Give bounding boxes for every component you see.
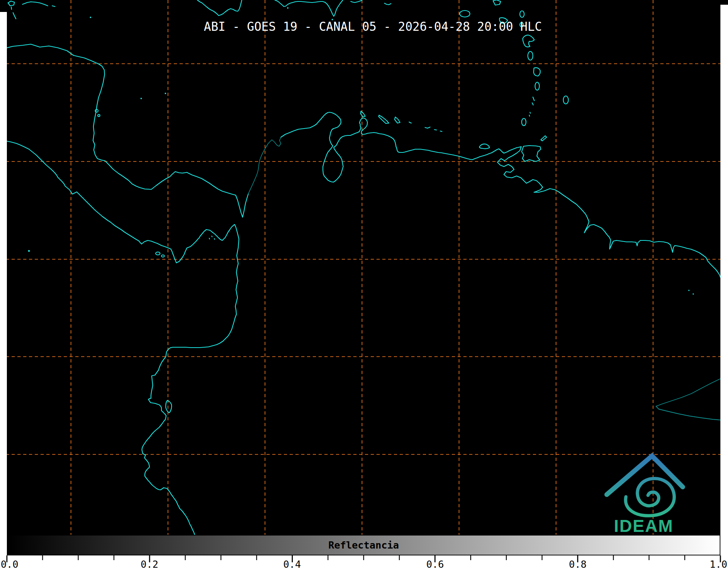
colorbar-tick-label-4: 0.8 [569, 559, 587, 570]
scan-edge-left [0, 12, 7, 535]
colorbar-tick-label-2: 0.4 [283, 559, 301, 570]
ideam-logo-text: IDEAM [614, 516, 674, 536]
map-canvas [0, 0, 728, 535]
scan-edge-right [720, 5, 728, 535]
colorbar-tick-label-3: 0.6 [426, 559, 444, 570]
colorbar-ticks [0, 535, 728, 571]
satellite-image-figure: ABI - GOES 19 - CANAL 05 - 2026-04-28 20… [0, 0, 728, 571]
colorbar-tick-label-0: 0.0 [1, 559, 18, 570]
colorbar-footer: Reflectancia 0.0 0.2 0.4 0.6 0.8 1 [0, 535, 728, 571]
colorbar-tick-label-1: 0.2 [141, 559, 159, 570]
image-title: ABI - GOES 19 - CANAL 05 - 2026-04-28 20… [204, 20, 542, 34]
space-background [0, 0, 728, 535]
colorbar-tick-label-5: 1.0 [710, 559, 727, 570]
